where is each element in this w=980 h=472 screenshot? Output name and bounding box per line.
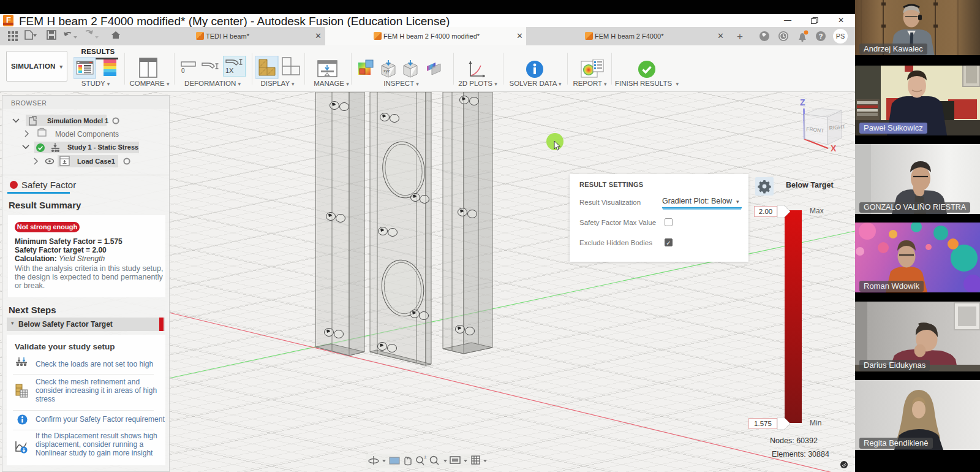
svg-text:Z: Z — [800, 97, 805, 107]
svg-text:1X: 1X — [225, 67, 234, 74]
svg-text:X: X — [831, 143, 837, 153]
svg-text:±: ± — [424, 454, 427, 460]
svg-text:?: ? — [819, 32, 823, 40]
svg-text:xyz: xyz — [383, 69, 390, 74]
svg-text:PS: PS — [836, 32, 845, 40]
svg-text:0: 0 — [181, 67, 185, 74]
svg-text:RIGHT: RIGHT — [829, 123, 845, 131]
